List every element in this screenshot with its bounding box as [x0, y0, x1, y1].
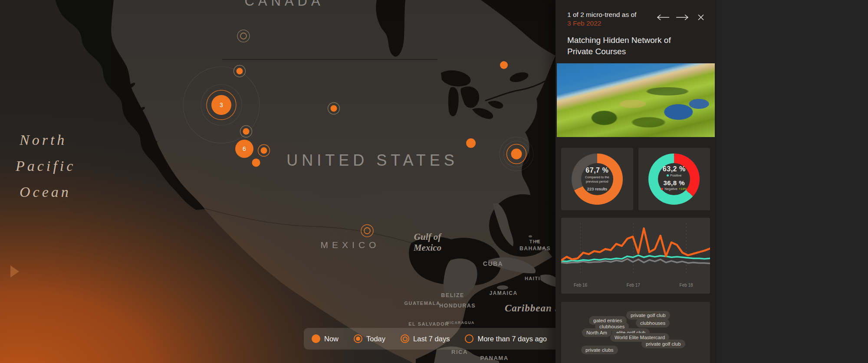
positive-pct: 63,2 %	[663, 165, 686, 173]
cluster-count: 3	[220, 101, 223, 108]
results-donut-chart: 67,7 % Compared to the previous period 2…	[572, 154, 623, 205]
sentiment-donut-card: 63,2 % Positive 36,8 % Negative +19%	[638, 148, 710, 210]
close-panel-button[interactable]	[697, 14, 704, 21]
map-label-canada: CANADA	[244, 0, 324, 9]
map-label-panama: PANAMA	[480, 355, 508, 361]
marker-today[interactable]	[261, 147, 267, 154]
map-label-belize: BELIZE	[441, 292, 464, 298]
trend-line-chart	[561, 222, 710, 278]
tag-pill[interactable]: North Am	[582, 328, 612, 337]
prev-trend-button[interactable]	[657, 14, 670, 21]
trend-title: Matching Hidden Network of Private Cours…	[556, 28, 716, 57]
red-dot-icon	[661, 188, 663, 190]
legend-label: Now	[324, 335, 339, 343]
results-pct: 67,7 %	[585, 167, 608, 174]
legend-label: Last 7 days	[413, 335, 450, 343]
legend-item-today: Today	[354, 334, 385, 343]
panel-nav	[657, 14, 704, 21]
results-count: 223 results	[587, 186, 607, 191]
map-label-rica: RICA	[451, 349, 468, 355]
negative-pct: 36,8 %	[663, 179, 685, 186]
positive-legend: Positive	[667, 173, 681, 177]
teal-dot-icon	[667, 174, 669, 177]
negative-legend: Negative +19%	[661, 187, 687, 191]
map-label-honduras: HONDURAS	[439, 303, 476, 309]
time-legend: Now Today Last 7 days More than 7 days a…	[304, 328, 556, 350]
marker-pulse[interactable]	[511, 149, 522, 160]
map-canvas: CANADA UNITED STATES MEXICO North Pacifi…	[0, 0, 556, 363]
jamaica-island	[497, 285, 508, 290]
chart-x-axis: Feb 16Feb 17Feb 18	[561, 283, 710, 289]
map-label-caribbean: Caribbean S	[505, 303, 556, 314]
close-icon	[697, 14, 704, 21]
map-label-cuba: CUBA	[483, 260, 503, 267]
tag-pill[interactable]: private clubs	[581, 346, 618, 354]
map-label-north-pacific-1: North	[19, 132, 67, 148]
map-label-nicaragua: NICARAGUA	[446, 320, 474, 325]
marker-now[interactable]	[466, 138, 476, 148]
legend-label: More than 7 days ago	[477, 335, 547, 343]
legend-item-older: More than 7 days ago	[465, 334, 547, 343]
map-label-north-pacific-3: Ocean	[20, 184, 71, 200]
negative-delta: +19%	[679, 187, 687, 191]
cluster-count: 6	[243, 145, 246, 152]
marker-now[interactable]	[252, 159, 260, 167]
map-label-gulf-1: Gulf of	[414, 232, 442, 242]
map-label-the: THE	[529, 239, 541, 244]
panel-header: 1 of 2 micro-trend as of 3 Feb 2022	[556, 0, 716, 28]
legend-label: Today	[366, 335, 385, 343]
donut-cards-row: 67,7 % Compared to the previous period 2…	[561, 148, 710, 210]
marker-today[interactable]	[331, 105, 337, 112]
legend-item-now: Now	[312, 334, 339, 343]
map-label-bahamas: BAHAMAS	[519, 245, 551, 252]
x-tick-label: Feb 17	[627, 283, 640, 288]
micro-trend-panel: 1 of 2 micro-trend as of 3 Feb 2022	[556, 0, 716, 363]
tag-pill[interactable]: World Elite Mastercard	[610, 333, 669, 342]
marker-today[interactable]	[243, 128, 250, 135]
trend-date: 3 Feb 2022	[567, 20, 601, 27]
app-window: CANADA UNITED STATES MEXICO North Pacifi…	[0, 0, 868, 363]
solid-circle-icon	[312, 334, 320, 343]
tag-pill[interactable]: clubhouses	[636, 319, 670, 327]
background-area	[716, 0, 868, 363]
map-label-united-states: UNITED STATES	[286, 151, 458, 169]
next-trend-button[interactable]	[676, 14, 689, 21]
ring-icon	[465, 334, 473, 343]
double-ring-icon	[401, 334, 409, 343]
map-label-guatemala: GUATEMALA	[404, 301, 441, 306]
results-donut-card: 67,7 % Compared to the previous period 2…	[561, 148, 633, 210]
map-region[interactable]: CANADA UNITED STATES MEXICO North Pacifi…	[0, 0, 556, 363]
map-label-haiti: HAITI	[525, 276, 540, 281]
x-tick-label: Feb 16	[574, 283, 587, 288]
dot-ring-icon	[354, 334, 362, 343]
trend-photo	[557, 63, 715, 137]
map-label-mexico: MEXICO	[321, 240, 380, 250]
tag-pill[interactable]: private golf club	[626, 311, 670, 320]
arrow-left-icon	[657, 14, 670, 21]
tag-cloud-card: private golf clubclubhousesclubhousesgat…	[561, 302, 710, 363]
sentiment-donut-chart: 63,2 % Positive 36,8 % Negative +19%	[648, 154, 700, 205]
map-label-gulf-2: Mexico	[413, 242, 441, 253]
legend-item-last-7-days: Last 7 days	[401, 334, 450, 343]
trend-line-chart-card: Feb 16Feb 17Feb 18	[561, 218, 710, 294]
trend-counter: 1 of 2 micro-trend as of 3 Feb 2022	[567, 10, 657, 28]
trend-counter-text: 1 of 2 micro-trend as of	[567, 11, 636, 18]
arrow-right-icon	[676, 14, 689, 21]
x-tick-label: Feb 18	[680, 283, 693, 288]
map-label-el-salvador: EL SALVADOR	[408, 321, 449, 327]
marker-now[interactable]	[500, 61, 508, 69]
map-label-jamaica: JAMAICA	[489, 290, 517, 296]
tag-pill[interactable]: gated entries	[589, 316, 627, 325]
results-caption: Compared to the previous period	[585, 175, 609, 184]
map-label-north-pacific-2: Pacific	[15, 158, 76, 174]
